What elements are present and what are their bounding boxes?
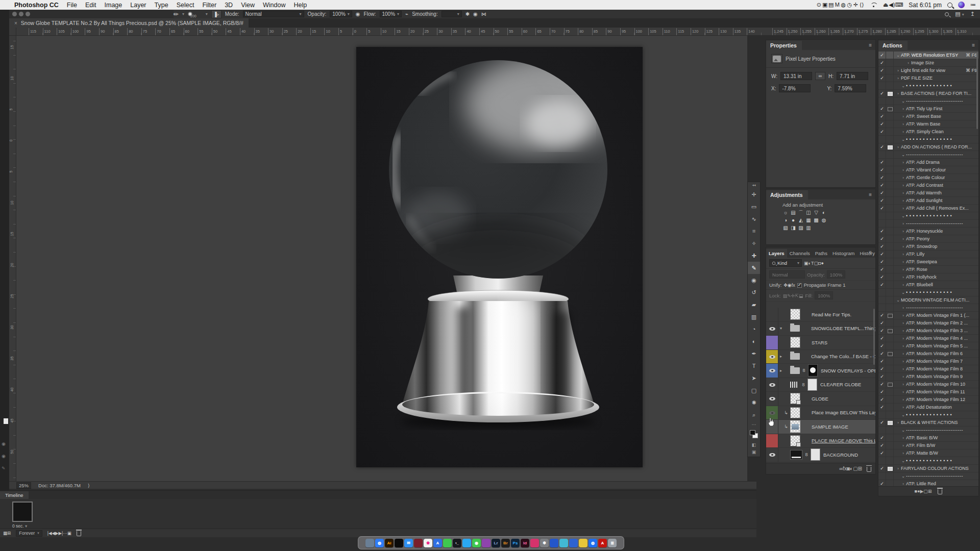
action-name[interactable]: • • • • • • • • • • • • • • [906,290,977,295]
action-expand-icon[interactable]: › [900,313,906,318]
action-row[interactable]: ✓ › ATP. Rose [878,266,978,273]
layer-thumbnail[interactable] [790,450,802,460]
layer-row[interactable]: ▾ SNOWGLOBE TEMPL...Things Precious [766,322,875,336]
action-expand-icon[interactable]: ⌄ [900,413,906,417]
layer-name[interactable]: Change The Colo...f BASE - OPEN - [811,354,875,359]
action-row[interactable]: ✓ › ATP. Add Desaturation [878,404,978,411]
action-expand-icon[interactable]: › [900,397,906,402]
action-check-toggle[interactable] [878,220,886,227]
width-field[interactable]: 13.31 in [780,72,812,80]
action-row[interactable]: ✓ › ATP. Hollyhock [878,273,978,281]
action-row[interactable]: ✓ › ATP. Modern Vintage Film 12 [878,396,978,404]
layer-name[interactable]: SAMPLE IMAGE [812,424,848,430]
delete-layer-icon[interactable] [867,467,871,472]
dock-icon[interactable]: ◍ [375,539,384,547]
delete-frame-icon[interactable] [77,531,81,536]
action-dialog-toggle[interactable] [886,442,894,449]
action-name[interactable]: -------------------------------- [906,428,977,433]
tools-collapse-icon[interactable]: ◂◂ [748,183,760,188]
action-expand-icon[interactable]: › [900,221,906,226]
tool-mode-button[interactable]: ◧ [748,441,760,448]
action-dialog-toggle[interactable] [886,427,894,434]
action-check-toggle[interactable]: ✓ [878,358,886,365]
tool-button[interactable]: ⋯ [748,421,760,428]
action-row[interactable]: ✓ › ATP. Modern Vintage Film 8 [878,365,978,373]
action-name[interactable]: ATP. Basic B/W [906,435,977,440]
action-dialog-toggle[interactable] [886,388,894,395]
action-expand-icon[interactable]: › [900,191,906,195]
height-field[interactable]: 7.71 in [837,72,868,80]
action-row[interactable]: ⌄ -------------------------------- [878,151,978,159]
action-row[interactable]: ⌄ MODERN VINTAGE FILM ACTI... [878,296,978,304]
tab-close-icon[interactable]: × [14,20,17,26]
action-expand-icon[interactable]: › [900,306,906,310]
menu-item[interactable]: File [67,2,77,9]
action-check-toggle[interactable]: ✓ [878,67,886,74]
color-swatches[interactable] [748,429,760,440]
adjustment-icon[interactable]: ◍ [821,217,827,223]
action-expand-icon[interactable]: › [900,336,906,341]
action-expand-icon[interactable]: › [900,260,906,264]
action-row[interactable]: ✓ › ATP. Modern Vintage Film 5 ... [878,342,978,350]
action-check-toggle[interactable]: ✓ [878,251,886,258]
action-dialog-toggle[interactable] [886,449,894,457]
action-dialog-toggle[interactable] [886,235,894,242]
action-row[interactable]: ✓ › ATP. Modern Vintage Film 6 [878,350,978,358]
tool-button[interactable]: ➤ [748,372,760,384]
action-expand-icon[interactable]: › [900,436,906,440]
menu-item[interactable]: 3D [225,2,233,9]
action-expand-icon[interactable]: › [900,122,906,127]
layer-thumbnail[interactable] [790,353,800,360]
action-row[interactable]: ✓ › ATP. Vibrant Colour [878,166,978,174]
action-expand-icon[interactable]: › [900,107,906,111]
action-dialog-toggle[interactable] [886,342,894,349]
action-dialog-toggle[interactable] [886,457,894,464]
action-check-toggle[interactable]: ✓ [878,350,886,357]
action-dialog-toggle[interactable] [886,419,894,426]
action-check-toggle[interactable]: ✓ [878,74,886,82]
action-name[interactable]: ATP. Snowdrop [906,244,977,249]
layers-footer-icon[interactable]: ▢ [853,466,857,471]
layer-thumbnail[interactable] [790,382,799,388]
action-check-toggle[interactable]: ✓ [878,258,886,265]
layers-panel-tab[interactable]: Layers [766,249,787,258]
action-name[interactable]: ATP. Film B/W [906,443,977,448]
action-row[interactable]: ✓ › PDF FILE SIZE [878,74,978,82]
action-expand-icon[interactable]: › [900,390,906,394]
action-expand-icon[interactable]: › [900,374,906,379]
action-check-toggle[interactable]: ✓ [878,174,886,181]
tool-button[interactable]: ◔ [748,323,760,335]
action-name[interactable]: ATP. Add Sunlight [906,198,977,203]
action-name[interactable]: ATP. WEB Resolution ETSY [901,53,966,58]
action-check-toggle[interactable] [878,289,886,296]
action-check-toggle[interactable]: ✓ [878,381,886,388]
action-expand-icon[interactable]: ⌄ [900,428,906,433]
menu-item[interactable]: Type [155,2,168,9]
tool-button[interactable]: ✚ [748,249,760,262]
action-dialog-toggle[interactable] [886,480,894,486]
tab-timeline[interactable]: Timeline [0,491,29,499]
layer-row[interactable]: GLOBE [766,392,875,406]
action-dialog-toggle[interactable] [886,404,894,411]
tool-button[interactable]: ✧ [748,237,760,249]
layer-row[interactable]: STARS [766,336,875,350]
action-dialog-toggle[interactable] [886,312,894,319]
layer-row[interactable]: ▸ Change The Colo...f BASE - OPEN - [766,350,875,364]
action-expand-icon[interactable]: ⌄ [900,99,906,104]
delete-action-icon[interactable] [938,489,942,494]
symmetry-icon[interactable]: ⋈ [481,11,486,17]
action-expand-icon[interactable]: › [900,451,906,456]
action-dialog-toggle[interactable] [886,266,894,273]
action-check-toggle[interactable]: ✓ [878,189,886,196]
action-row[interactable]: ✓ › ATP. Peony [878,235,978,243]
adjustment-icon[interactable]: ▦ [805,217,812,223]
layers-scrollbar[interactable] [873,309,875,365]
action-row[interactable]: ✓ › ATP. Basic B/W [878,434,978,442]
layer-name[interactable]: CLEARER GLOBE [820,382,861,387]
layer-mask-thumbnail[interactable] [811,448,820,461]
action-name[interactable]: Light first edit for view [901,68,966,73]
document-tab[interactable]: × Snow Globe TEMPLATE No.2 By All Things… [9,18,249,28]
timeline-convert-icon[interactable]: ▦ [3,531,7,536]
smoothing-gear-icon[interactable]: ✱ [465,11,470,17]
share-icon[interactable]: ↥ [970,11,975,17]
